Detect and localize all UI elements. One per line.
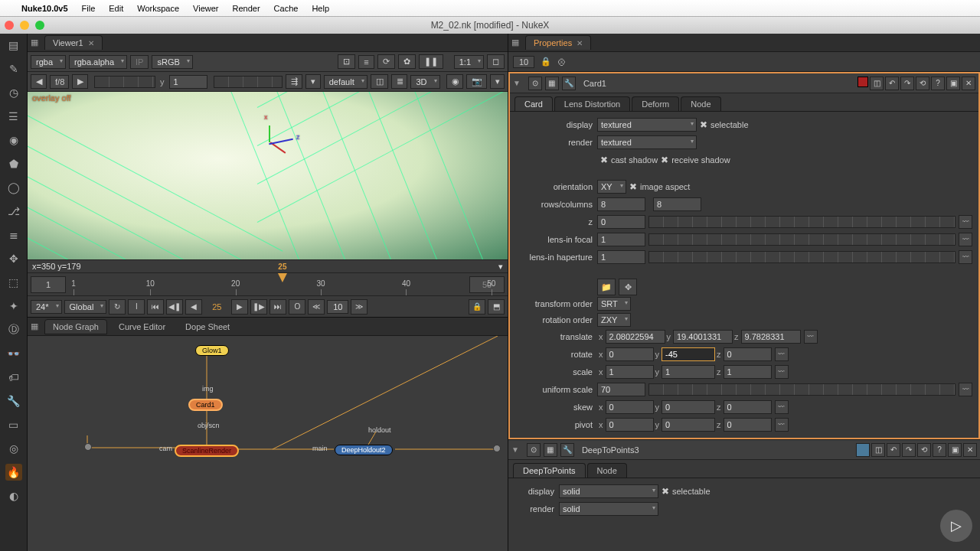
- in-point-button[interactable]: I: [128, 299, 145, 315]
- wipe2-icon[interactable]: ≣: [391, 74, 408, 89]
- undo-icon[interactable]: ↶: [887, 443, 900, 457]
- collapse-icon[interactable]: ▼: [511, 445, 519, 454]
- app-menu[interactable]: Nuke10.0v5: [21, 4, 68, 13]
- rotate-x-field[interactable]: [606, 347, 654, 361]
- pane-menu-icon[interactable]: ▦: [28, 321, 41, 331]
- 3d-selector[interactable]: 3D: [410, 75, 439, 89]
- out-point-button[interactable]: O: [289, 299, 305, 315]
- tool-draw-icon[interactable]: ✎: [5, 60, 22, 77]
- video-play-overlay-icon[interactable]: ▷: [940, 510, 972, 542]
- lines-icon[interactable]: ≡: [358, 55, 374, 69]
- menu-viewer[interactable]: Viewer: [193, 4, 218, 13]
- tool-other-icon[interactable]: ▭: [5, 416, 22, 433]
- prev-key-button[interactable]: ◀❚: [166, 299, 183, 315]
- refresh-icon[interactable]: ⟳: [377, 54, 395, 69]
- cast-shadow-checkbox[interactable]: ✖: [600, 155, 608, 165]
- anim-menu-icon[interactable]: 〰: [775, 347, 789, 361]
- lock-icon[interactable]: 🔒: [469, 299, 485, 315]
- node-color-swatch[interactable]: [856, 443, 870, 457]
- anim-menu-icon[interactable]: 〰: [804, 330, 818, 344]
- node-color-swatch[interactable]: [858, 77, 868, 87]
- clear-all-icon[interactable]: ⮾: [557, 57, 566, 67]
- pause-icon[interactable]: ❚❚: [419, 54, 443, 69]
- translate-z-field[interactable]: [741, 330, 801, 344]
- channel-selector[interactable]: rgba: [31, 55, 66, 69]
- tab-card[interactable]: Card: [514, 96, 553, 111]
- tab-deform[interactable]: Deform: [632, 96, 679, 111]
- jump-back-button[interactable]: ≪: [308, 299, 325, 315]
- fps-selector[interactable]: 24*: [31, 300, 62, 314]
- tool-filter-icon[interactable]: ⬟: [5, 155, 22, 172]
- rows-field[interactable]: [597, 197, 645, 211]
- image-aspect-checkbox[interactable]: ✖: [629, 181, 637, 192]
- max-panels-field[interactable]: 10: [513, 56, 534, 68]
- proxy-icon[interactable]: ⇶: [286, 74, 302, 89]
- current-frame[interactable]: 25: [204, 302, 229, 311]
- undo-icon[interactable]: ↶: [885, 77, 899, 90]
- zoom-selector[interactable]: 1:1: [454, 55, 484, 69]
- redo-icon[interactable]: ↷: [900, 77, 914, 90]
- snapshot-icon[interactable]: ◫: [870, 77, 884, 90]
- float-icon[interactable]: ▣: [948, 443, 962, 457]
- render-selector[interactable]: textured: [597, 135, 697, 149]
- menu-workspace[interactable]: Workspace: [137, 4, 179, 13]
- capture-icon[interactable]: ◉: [446, 74, 464, 89]
- orientation-selector[interactable]: XY: [597, 180, 626, 194]
- tab-nodegraph[interactable]: Node Graph: [44, 319, 107, 334]
- uniform-scale-field[interactable]: [597, 383, 645, 396]
- timeline[interactable]: 1 50 25 1 10 20 30 40 50: [28, 273, 508, 296]
- skew-y-field[interactable]: [662, 400, 715, 414]
- tool-views-icon[interactable]: 👓: [5, 345, 22, 362]
- nodegraph-canvas[interactable]: Glow1 img Card1 obj/scn cam ScanlineRend…: [28, 336, 508, 551]
- anim-menu-icon[interactable]: 〰: [775, 418, 789, 432]
- scale-z-field[interactable]: [724, 365, 772, 379]
- collapse-icon[interactable]: ▼: [513, 79, 521, 87]
- file-browser-icon[interactable]: 📁: [597, 279, 616, 295]
- gamma-slider[interactable]: [214, 76, 283, 88]
- skew-x-field[interactable]: [606, 400, 654, 414]
- fit-icon[interactable]: ◻: [487, 54, 505, 69]
- scale-x-field[interactable]: [606, 365, 654, 379]
- properties-tab[interactable]: Properties ✕: [525, 35, 591, 50]
- tool-channel-icon[interactable]: ☰: [5, 108, 22, 125]
- menu-render[interactable]: Render: [233, 4, 260, 13]
- card-node[interactable]: Card1: [188, 399, 223, 411]
- anim-menu-icon[interactable]: 〰: [775, 365, 789, 379]
- dot-node[interactable]: [493, 445, 501, 452]
- tool-image-icon[interactable]: ▤: [5, 37, 22, 54]
- y-field[interactable]: [169, 75, 207, 89]
- close-panel-icon[interactable]: ✕: [963, 443, 977, 457]
- camera-icon[interactable]: 📷: [466, 74, 486, 89]
- node-icon[interactable]: ▦: [544, 443, 557, 457]
- glow-node[interactable]: Glow1: [195, 345, 229, 356]
- fstop-display[interactable]: f/8: [50, 75, 69, 89]
- pane-menu-icon[interactable]: ▦: [28, 37, 41, 47]
- last-frame-button[interactable]: ⏭: [270, 299, 286, 315]
- start-frame-field[interactable]: 1: [31, 276, 66, 293]
- first-frame-button[interactable]: ⏮: [147, 299, 164, 315]
- tool-particles-icon[interactable]: ✦: [5, 298, 22, 315]
- cols-field[interactable]: [653, 197, 701, 211]
- selectable-checkbox[interactable]: ✖: [700, 119, 707, 130]
- revert-icon[interactable]: ⟲: [916, 77, 929, 90]
- close-panel-icon[interactable]: ✕: [962, 77, 975, 90]
- tool-color-icon[interactable]: ◉: [5, 132, 22, 148]
- dot-node[interactable]: [84, 443, 92, 451]
- scope-selector[interactable]: Global: [64, 300, 107, 314]
- tool-merge-icon[interactable]: ⎇: [5, 203, 22, 220]
- lensin-focal-slider[interactable]: [648, 233, 956, 246]
- translate-y-field[interactable]: [673, 330, 733, 344]
- dropdown-icon[interactable]: ▾: [490, 74, 505, 89]
- pivot-y-field[interactable]: [662, 418, 715, 432]
- maximize-window-button[interactable]: [35, 21, 44, 30]
- tool-metadata-icon[interactable]: 🏷: [5, 369, 22, 386]
- revert-icon[interactable]: ⟲: [917, 443, 931, 457]
- tool-flame-icon[interactable]: 🔥: [5, 464, 22, 481]
- translate-x-field[interactable]: [606, 330, 665, 344]
- node-icon[interactable]: ▦: [545, 77, 559, 90]
- clip-icon[interactable]: ⊡: [338, 54, 355, 69]
- tab-deeptopoints[interactable]: DeepToPoints: [513, 463, 586, 478]
- close-icon[interactable]: ✕: [88, 39, 94, 47]
- menu-help[interactable]: Help: [312, 4, 329, 13]
- tab-node[interactable]: Node: [587, 463, 627, 478]
